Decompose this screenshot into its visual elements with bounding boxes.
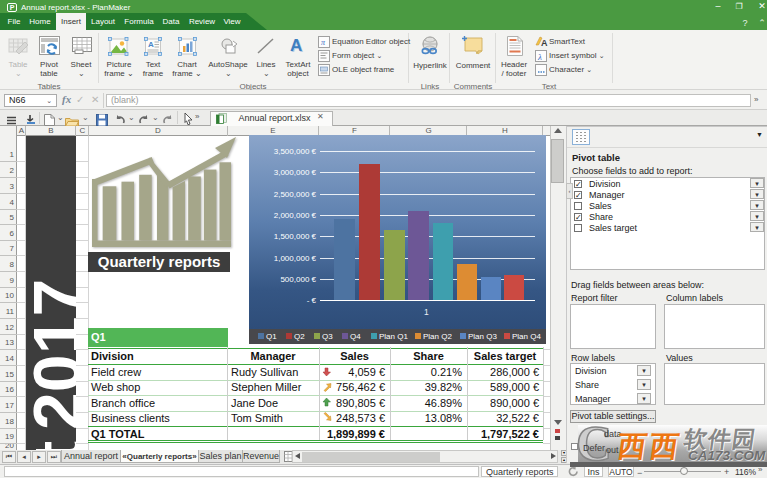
svg-text:A: A: [148, 40, 154, 49]
svg-text:A: A: [541, 38, 548, 47]
svg-text:λ: λ: [537, 52, 542, 62]
